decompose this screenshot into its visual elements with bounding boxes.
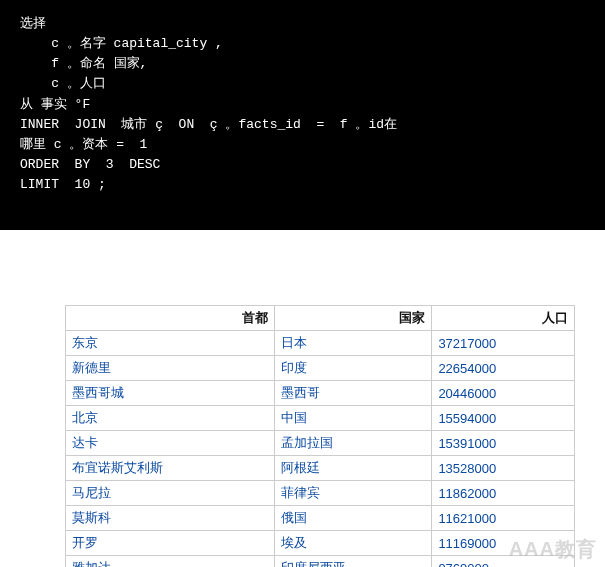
- table-row: 北京中国15594000: [66, 406, 575, 431]
- cell-country: 中国: [275, 406, 432, 431]
- cell-population: 13528000: [432, 456, 575, 481]
- results-table-wrap: 首都 国家 人口 东京日本37217000新德里印度22654000墨西哥城墨西…: [65, 305, 575, 567]
- table-row: 马尼拉菲律宾11862000: [66, 481, 575, 506]
- cell-capital: 开罗: [66, 531, 275, 556]
- table-row: 雅加达印度尼西亚9769000: [66, 556, 575, 568]
- cell-country: 俄国: [275, 506, 432, 531]
- col-header-capital: 首都: [66, 306, 275, 331]
- cell-capital: 墨西哥城: [66, 381, 275, 406]
- cell-country: 菲律宾: [275, 481, 432, 506]
- cell-country: 阿根廷: [275, 456, 432, 481]
- cell-capital: 北京: [66, 406, 275, 431]
- cell-capital: 东京: [66, 331, 275, 356]
- col-header-population: 人口: [432, 306, 575, 331]
- cell-country: 日本: [275, 331, 432, 356]
- cell-population: 15594000: [432, 406, 575, 431]
- cell-capital: 新德里: [66, 356, 275, 381]
- table-row: 新德里印度22654000: [66, 356, 575, 381]
- cell-capital: 马尼拉: [66, 481, 275, 506]
- table-row: 开罗埃及11169000: [66, 531, 575, 556]
- sql-code-block: 选择 c 。名字 capital_city , f 。命名 国家, c 。人口 …: [0, 0, 605, 230]
- cell-capital: 雅加达: [66, 556, 275, 568]
- spacer: [0, 230, 605, 305]
- cell-country: 墨西哥: [275, 381, 432, 406]
- cell-country: 埃及: [275, 531, 432, 556]
- watermark: AAA教育: [509, 536, 597, 563]
- results-table: 首都 国家 人口 东京日本37217000新德里印度22654000墨西哥城墨西…: [65, 305, 575, 567]
- cell-population: 37217000: [432, 331, 575, 356]
- cell-population: 11862000: [432, 481, 575, 506]
- cell-capital: 达卡: [66, 431, 275, 456]
- table-row: 达卡孟加拉国15391000: [66, 431, 575, 456]
- cell-capital: 莫斯科: [66, 506, 275, 531]
- col-header-country: 国家: [275, 306, 432, 331]
- cell-population: 22654000: [432, 356, 575, 381]
- table-row: 莫斯科俄国11621000: [66, 506, 575, 531]
- table-row: 布宜诺斯艾利斯阿根廷13528000: [66, 456, 575, 481]
- table-row: 东京日本37217000: [66, 331, 575, 356]
- cell-country: 印度: [275, 356, 432, 381]
- table-header-row: 首都 国家 人口: [66, 306, 575, 331]
- cell-country: 印度尼西亚: [275, 556, 432, 568]
- cell-population: 20446000: [432, 381, 575, 406]
- cell-capital: 布宜诺斯艾利斯: [66, 456, 275, 481]
- table-row: 墨西哥城墨西哥20446000: [66, 381, 575, 406]
- cell-population: 15391000: [432, 431, 575, 456]
- cell-country: 孟加拉国: [275, 431, 432, 456]
- cell-population: 11621000: [432, 506, 575, 531]
